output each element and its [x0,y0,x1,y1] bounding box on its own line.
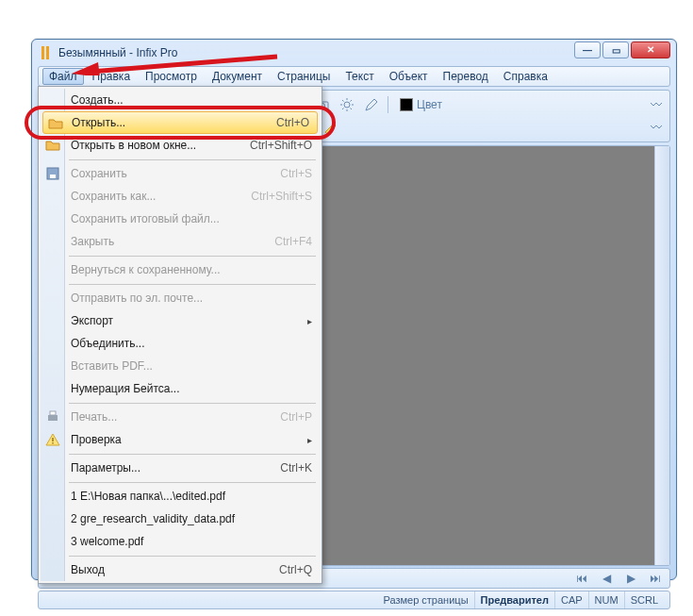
menu-item-label: Экспорт [71,314,113,327]
color-button[interactable]: Цвет [394,94,448,115]
file-menu-dropdown: Создать...Открыть...Ctrl+OОткрыть в ново… [38,86,322,584]
color-label: Цвет [417,98,442,111]
menu-item-shortcut: Ctrl+O [276,116,309,129]
menu-item-label: 3 welcome.pdf [71,535,143,548]
close-button[interactable]: ✕ [631,42,670,58]
menu-item-label: Печать... [71,410,117,424]
menu-item-label: Объединить... [71,337,145,350]
menu-item-label: Вставить PDF... [71,359,153,373]
submenu-arrow-icon: ▸ [307,316,312,326]
overflow-icon[interactable] [646,94,667,115]
menu-item[interactable]: 2 gre_research_validity_data.pdf [41,508,320,530]
last-page-icon[interactable]: ⏭ [645,570,666,587]
menu-file[interactable]: Файл [42,68,84,85]
menu-item-label: Нумерация Бейтса... [71,382,180,395]
status-num: NUM [588,591,624,608]
svg-rect-28 [52,442,53,443]
menu-item[interactable]: ВыходCtrl+Q [41,558,320,581]
menu-item[interactable]: Экспорт▸ [41,309,320,332]
menu-item: Печать...Ctrl+P [41,406,320,428]
svg-rect-26 [50,411,56,415]
menu-item: Отправить по эл. почте... [41,287,320,309]
first-page-icon[interactable]: ⏮ [571,570,592,587]
menu-translate[interactable]: Перевод [437,68,495,85]
svg-rect-0 [41,46,44,59]
vertical-scrollbar[interactable] [654,146,669,565]
titlebar: Безымянный - Infix Pro — ▭ ✕ [32,40,676,66]
status-cap: CAP [554,591,588,608]
menu-item: ЗакрытьCtrl+F4 [41,230,320,253]
menu-item-shortcut: Ctrl+S [280,167,312,180]
menu-item[interactable]: 3 welcome.pdf [41,530,320,553]
menu-item-shortcut: Ctrl+Q [279,563,312,576]
menu-item-label: Сохранить как... [71,190,156,203]
menu-item[interactable]: Параметры...Ctrl+K [41,457,320,479]
warn-icon [45,432,60,447]
maximize-button[interactable]: ▭ [602,42,629,58]
highlight-icon[interactable] [320,117,340,138]
menu-item: Сохранить как...Ctrl+Shift+S [41,185,320,208]
menu-item[interactable]: 1 E:\Новая папка\...\edited.pdf [41,485,320,508]
svg-rect-24 [50,175,56,178]
menu-item-label: Вернуться к сохраненному... [71,263,221,276]
svg-rect-1 [46,46,49,59]
menu-pages[interactable]: Страницы [271,68,337,85]
menu-item-label: Выход [71,563,105,576]
folder-icon [48,116,63,131]
menu-item-shortcut: Ctrl+P [280,410,312,424]
submenu-arrow-icon: ▸ [307,435,312,445]
prev-page-icon[interactable]: ◀ [596,570,617,587]
menu-item-label: Создать... [71,93,124,107]
menu-item-label: 2 gre_research_validity_data.pdf [71,512,235,525]
print-icon [45,409,60,425]
menu-object[interactable]: Объект [383,68,435,85]
next-page-icon[interactable]: ▶ [620,570,641,587]
menu-item-label: Проверка [71,433,122,446]
window-controls: — ▭ ✕ [574,42,670,58]
menu-item-shortcut: Ctrl+Shift+S [251,190,312,203]
window-title: Безымянный - Infix Pro [58,46,177,59]
menu-item[interactable]: Открыть...Ctrl+O [42,111,318,134]
menu-item: Сохранить итоговый файл... [41,208,320,230]
menu-item[interactable]: Нумерация Бейтса... [41,377,320,400]
status-page-size: Размер страницы [377,591,473,608]
menu-item-label: Параметры... [71,461,140,474]
menu-item[interactable]: Создать... [41,89,320,111]
status-scrl: SCRL [624,591,664,608]
svg-point-12 [344,102,350,108]
menubar: Файл Правка Просмотр Документ Страницы Т… [38,66,670,87]
menu-item[interactable]: Открыть в новом окне...Ctrl+Shift+O [41,134,320,157]
menu-item-shortcut: Ctrl+F4 [274,235,312,248]
menu-item-label: Отправить по эл. почте... [71,291,203,305]
menu-document[interactable]: Документ [206,68,269,85]
menu-item-label: Открыть... [72,116,125,129]
menu-item-label: Закрыть [71,235,114,248]
menu-item-label: Сохранить [71,167,127,180]
menu-item: Вернуться к сохраненному... [41,258,320,281]
menu-view[interactable]: Просмотр [139,68,204,85]
svg-rect-27 [52,438,53,441]
overflow2-icon[interactable] [646,117,667,138]
menu-item-shortcut: Ctrl+Shift+O [250,139,312,152]
menu-item: Вставить PDF... [41,355,320,377]
statusbar: Размер страницы Предварител CAP NUM SCRL [38,591,670,609]
menu-item-shortcut: Ctrl+K [280,461,312,474]
menu-item-label: Сохранить итоговый файл... [71,212,220,225]
app-icon [38,45,53,60]
menu-help[interactable]: Справка [497,68,554,85]
menu-item: СохранитьCtrl+S [41,162,320,185]
pencil-icon[interactable] [361,94,382,115]
status-preview[interactable]: Предварител [474,591,554,608]
menu-text[interactable]: Текст [338,68,380,85]
menu-item-label: 1 E:\Новая папка\...\edited.pdf [71,490,225,503]
gear-icon[interactable] [337,94,357,115]
minimize-button[interactable]: — [574,42,601,58]
menu-item-label: Открыть в новом окне... [71,139,196,152]
svg-rect-25 [48,415,58,421]
save-icon [45,166,60,181]
menu-item[interactable]: Проверка▸ [41,428,320,451]
menu-edit[interactable]: Правка [86,68,138,85]
menu-item[interactable]: Объединить... [41,332,320,355]
folder-icon [45,138,60,153]
